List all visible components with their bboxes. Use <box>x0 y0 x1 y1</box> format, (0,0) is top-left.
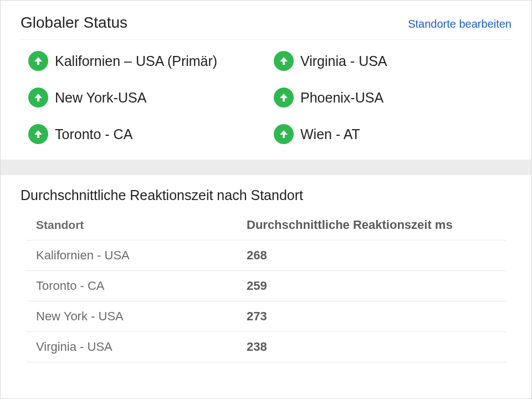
location-item: New York-USA <box>21 88 266 108</box>
edit-locations-link[interactable]: Standorte bearbeiten <box>408 18 511 30</box>
cell-avg-ms: 238 <box>247 340 500 354</box>
cell-avg-ms: 259 <box>247 279 500 293</box>
status-up-icon <box>274 124 294 144</box>
location-item: Wien - AT <box>266 124 511 144</box>
column-header-avg-ms: Durchschnittliche Reaktionszeit ms <box>247 218 500 232</box>
cell-avg-ms: 273 <box>247 309 500 324</box>
location-label: Virginia - USA <box>300 53 387 69</box>
cell-location: Toronto - CA <box>36 279 236 293</box>
cell-location: Kalifornien - USA <box>36 248 236 263</box>
location-label: Toronto - CA <box>55 126 132 142</box>
column-header-location: Standort <box>36 218 236 232</box>
section-title: Durchschnittliche Reaktionszeit nach Sta… <box>21 187 511 203</box>
dashboard-frame: Globaler Status Standorte bearbeiten Kal… <box>0 0 532 399</box>
status-up-icon <box>274 88 294 108</box>
status-up-icon <box>28 124 48 144</box>
table-header-row: Standort Durchschnittliche Reaktionszeit… <box>26 210 506 241</box>
response-time-table: Standort Durchschnittliche Reaktionszeit… <box>21 210 511 362</box>
location-item: Phoenix-USA <box>266 88 511 108</box>
cell-location: Virginia - USA <box>36 340 236 354</box>
status-up-icon <box>28 88 48 108</box>
section-divider <box>1 160 531 175</box>
location-item: Kalifornien – USA (Primär) <box>21 51 266 71</box>
panel-header: Globaler Status Standorte bearbeiten <box>21 14 511 40</box>
table-row: Virginia - USA 238 <box>26 332 506 362</box>
location-label: Kalifornien – USA (Primär) <box>55 53 217 69</box>
locations-grid: Kalifornien – USA (Primär) Virginia - US… <box>21 40 511 144</box>
location-label: New York-USA <box>55 90 146 106</box>
status-up-icon <box>28 51 48 71</box>
table-row: Toronto - CA 259 <box>26 271 506 301</box>
table-row: New York - USA 273 <box>26 301 506 332</box>
cell-avg-ms: 268 <box>247 248 500 263</box>
global-status-panel: Globaler Status Standorte bearbeiten Kal… <box>1 1 531 160</box>
location-label: Phoenix-USA <box>300 90 383 106</box>
panel-title: Globaler Status <box>21 14 127 32</box>
cell-location: New York - USA <box>36 309 236 324</box>
location-item: Toronto - CA <box>21 124 266 144</box>
status-up-icon <box>274 51 294 71</box>
table-row: Kalifornien - USA 268 <box>26 241 506 271</box>
location-label: Wien - AT <box>300 126 360 142</box>
response-time-panel: Durchschnittliche Reaktionszeit nach Sta… <box>1 175 531 398</box>
location-item: Virginia - USA <box>266 51 511 71</box>
